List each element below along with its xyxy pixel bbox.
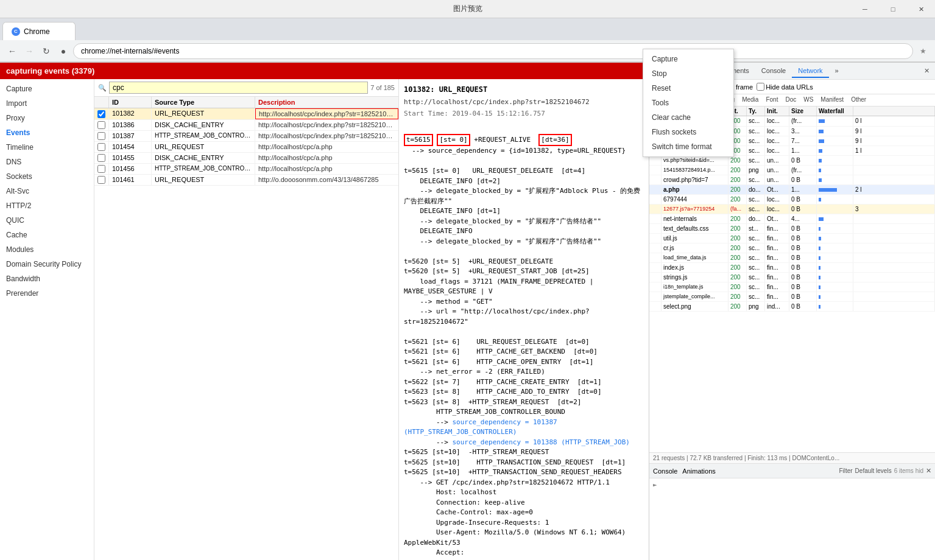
address-bar[interactable] — [73, 43, 913, 59]
sidebar-item-timeline[interactable]: Timeline — [0, 140, 94, 155]
maximize-button[interactable]: □ — [879, 0, 907, 18]
row-id: 101387 — [109, 131, 152, 141]
col-waterfall[interactable]: Waterfall — [817, 107, 853, 116]
sidebar-item-cache[interactable]: Cache — [0, 228, 94, 242]
net-row[interactable]: 6797444 200 sc... loc... 0 B — [649, 195, 935, 205]
net-row[interactable]: i18n_template.js 200 sc... fin... 0 B — [649, 282, 935, 292]
table-row[interactable]: 101456 HTTP_STREAM_JOB_CONTROLLER http:/… — [94, 164, 398, 175]
table-header: ID Source Type Description — [94, 97, 398, 108]
table-row[interactable]: 101461 URL_REQUEST http://o.dooosonmm.co… — [94, 175, 398, 186]
table-row[interactable]: 101382 URL_REQUEST http://localhost/cpc/… — [94, 108, 398, 120]
row-checkbox[interactable] — [94, 164, 109, 174]
console-close-icon[interactable]: ✕ — [926, 467, 931, 475]
row-n: 0 l — [853, 116, 935, 126]
net-row[interactable]: load_time_data.js 200 sc... fin... 0 B — [649, 253, 935, 263]
sidebar-item-proxy[interactable]: Proxy — [0, 111, 94, 125]
sidebar-item-capture[interactable]: Capture — [0, 82, 94, 96]
table-row[interactable]: 101455 DISK_CACHE_ENTRY http://localhost… — [94, 153, 398, 164]
row-checkbox[interactable] — [94, 131, 109, 141]
source-dep-job[interactable]: source_dependency = 101388 (HTTP_STREAM_… — [452, 438, 629, 446]
hide-data-urls-checkbox[interactable] — [757, 83, 764, 91]
col-type[interactable]: Ty. — [747, 107, 765, 116]
menu-item-clear-cache[interactable]: Clear cache — [643, 110, 733, 125]
sidebar-item-modules[interactable]: Modules — [0, 242, 94, 257]
animations-tab-label[interactable]: Animations — [682, 467, 715, 475]
net-row[interactable]: net-internals 200 do... Ot... 4... — [649, 214, 935, 224]
filter-tab-other[interactable]: Other — [848, 96, 869, 105]
row-checkbox[interactable] — [94, 108, 109, 119]
net-row[interactable]: util.js 200 sc... fin... 0 B — [649, 234, 935, 243]
sidebar-item-bandwidth[interactable]: Bandwidth — [0, 271, 94, 286]
back-button[interactable]: ← — [5, 44, 19, 58]
net-row[interactable]: jstemplate_compile... 200 sc... fin... 0… — [649, 292, 935, 302]
table-row[interactable]: 101387 HTTP_STREAM_JOB_CONTROLLER http:/… — [94, 131, 398, 142]
net-row[interactable]: select.png 200 png ind... 0 B — [649, 302, 935, 312]
col-size[interactable]: Size — [789, 107, 817, 116]
sidebar-item-dns[interactable]: DNS — [0, 155, 94, 169]
col-description[interactable]: Description — [255, 97, 398, 108]
row-status: 200 — [729, 156, 747, 165]
tab-network[interactable]: Network — [792, 65, 828, 78]
net-row[interactable]: text_defaults.css 200 st... fin... 0 B — [649, 224, 935, 234]
sidebar-nav: Capture Import Proxy Events Timeline DNS… — [0, 79, 94, 560]
forward-button[interactable]: → — [22, 44, 37, 58]
row-type: URL_REQUEST — [152, 142, 255, 152]
sidebar-item-sockets[interactable]: Sockets — [0, 169, 94, 184]
row-checkbox[interactable] — [94, 120, 109, 130]
col-id[interactable]: ID — [109, 97, 152, 108]
close-button[interactable]: ✕ — [907, 0, 935, 18]
minimize-button[interactable]: ─ — [851, 0, 879, 18]
net-row[interactable]: 12677.js?a=7719254 (fa... sc... loc... 0… — [649, 205, 935, 214]
tab-more[interactable]: » — [829, 65, 845, 78]
row-checkbox[interactable] — [94, 175, 109, 185]
sidebar-item-http2[interactable]: HTTP/2 — [0, 198, 94, 213]
net-row[interactable]: a.php 200 do... Ot... 1... 2 l — [649, 185, 935, 195]
home-button[interactable]: ● — [56, 44, 71, 58]
sidebar-item-quic[interactable]: QUIC — [0, 213, 94, 228]
menu-item-flush-sockets[interactable]: Flush sockets — [643, 125, 733, 139]
menu-item-reset[interactable]: Reset — [643, 81, 733, 96]
browser-tab[interactable]: C Chrome — [2, 22, 76, 40]
net-row[interactable]: crowd.php?tid=7 200 sc... un... 0 B — [649, 175, 935, 185]
net-row[interactable]: 15415837284914.p... 200 png un... (fr... — [649, 166, 935, 175]
tab-console[interactable]: Console — [755, 65, 792, 78]
row-checkbox[interactable] — [94, 153, 109, 163]
sidebar-item-domain-security[interactable]: Domain Security Policy — [0, 257, 94, 271]
row-checkbox[interactable] — [94, 142, 109, 152]
console-levels-label[interactable]: Default levels — [855, 467, 892, 474]
filter-tab-manifest[interactable]: Manifest — [817, 96, 847, 105]
filter-tab-ws[interactable]: WS — [800, 96, 816, 105]
table-row[interactable]: 101454 URL_REQUEST http://localhost/cpc/… — [94, 142, 398, 153]
menu-item-switch-time[interactable]: Switch time format — [643, 139, 733, 154]
devtools-close-icon[interactable]: ✕ — [920, 65, 933, 77]
row-type: sc... — [747, 263, 765, 272]
filter-tab-media[interactable]: Media — [739, 96, 761, 105]
tab-bar: C Chrome — [0, 18, 935, 40]
menu-item-tools[interactable]: Tools — [643, 96, 733, 110]
row-type: sc... — [747, 273, 765, 282]
reload-button[interactable]: ↻ — [39, 44, 54, 58]
sidebar-item-events[interactable]: Events — [0, 125, 94, 140]
net-row[interactable]: vs.php?siteid=&id=... 200 sc... un... 0 … — [649, 156, 935, 166]
row-n — [853, 166, 935, 175]
filter-tab-doc[interactable]: Doc — [782, 96, 799, 105]
source-dep-controller[interactable]: source_dependency = 101387 (HTTP_STREAM_… — [404, 418, 561, 436]
menu-item-stop[interactable]: Stop — [643, 66, 733, 81]
col-initiator[interactable]: Init. — [765, 107, 789, 116]
table-row[interactable]: 101386 DISK_CACHE_ENTRY http://localhost… — [94, 120, 398, 131]
bookmark-icon[interactable]: ★ — [916, 44, 930, 58]
sidebar-item-import[interactable]: Import — [0, 96, 94, 111]
row-n — [853, 273, 935, 282]
start-time-label: Start Time: — [404, 110, 448, 117]
col-source-type[interactable]: Source Type — [152, 97, 255, 108]
search-input[interactable] — [109, 82, 368, 94]
hide-data-urls-option[interactable]: Hide data URLs — [757, 83, 813, 91]
net-row[interactable]: cr.js 200 sc... fin... 0 B — [649, 243, 935, 253]
filter-tab-font[interactable]: Font — [763, 96, 781, 105]
sidebar-item-prerender[interactable]: Prerender — [0, 286, 94, 301]
console-tab-label[interactable]: Console — [653, 467, 677, 475]
sidebar-item-alt-svc[interactable]: Alt-Svc — [0, 184, 94, 198]
net-row[interactable]: strings.js 200 sc... fin... 0 B — [649, 273, 935, 282]
console-filter-label[interactable]: Filter — [839, 467, 852, 474]
net-row[interactable]: index.js 200 sc... fin... 0 B — [649, 263, 935, 273]
